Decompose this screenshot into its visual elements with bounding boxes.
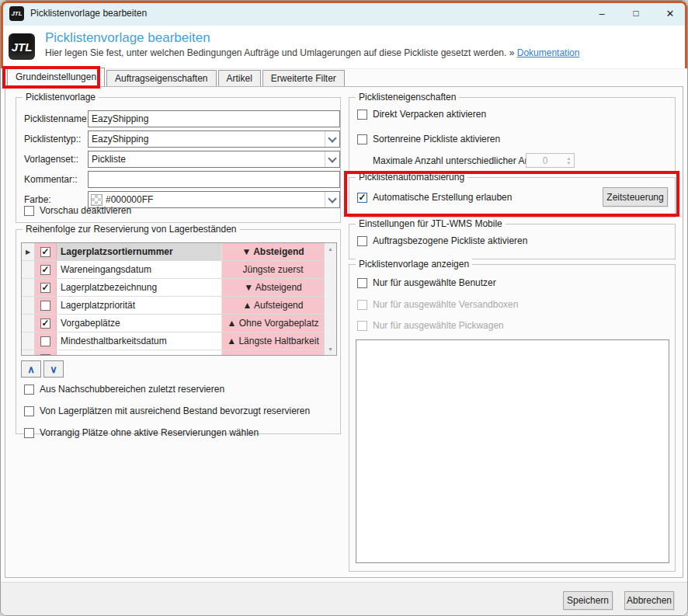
nur-benutzer-checkbox[interactable]: Nur für ausgewählte Benutzer <box>357 277 496 288</box>
nachschub-checkbox[interactable]: Aus Nachschubbereichen zuletzt reservier… <box>24 384 224 395</box>
direkt-verpacken-checkbox[interactable]: Direkt Verpacken aktivieren <box>357 109 486 120</box>
checkbox-box <box>357 300 367 310</box>
chevron-down-icon[interactable] <box>325 131 339 147</box>
tab-grundeinstellungen[interactable]: Grundeinstellungen <box>7 68 105 86</box>
scroll-down-icon[interactable]: ▼ <box>325 343 336 355</box>
checkbox-label: Vorschau deaktivieren <box>40 205 131 216</box>
group-anzeigen-legend: Picklistenvorlage anzeigen <box>356 259 472 270</box>
row-name: Retournierte Artikel <box>57 350 222 356</box>
checkbox-label: Nur für ausgewählte Benutzer <box>373 277 496 288</box>
nur-pickwagen-checkbox: Nur für ausgewählte Pickwagen <box>357 320 504 331</box>
group-picklistenvorlage-legend: Picklistenvorlage <box>23 92 99 103</box>
row-checkbox[interactable]: ✓ <box>40 265 50 275</box>
row-name: Lagerplatzpriorität <box>57 297 222 314</box>
grid-row[interactable]: ✓ Lagerplatzbezeichnung ▼ Absteigend <box>22 279 324 297</box>
group-anzeigen: Picklistenvorlage anzeigen Nur für ausge… <box>349 264 676 572</box>
row-direction[interactable]: ▲ Längste Haltbarkeit <box>222 332 324 350</box>
row-checkbox[interactable] <box>40 301 50 311</box>
picklistentyp-label: Picklistentyp:: <box>24 131 81 148</box>
subtitle-text: Hier legen Sie fest, unter welchen Bedin… <box>45 47 506 58</box>
reservierung-grid[interactable]: ▶ ✓ Lagerplatzsortiernummer ▼ Absteigend… <box>21 242 337 356</box>
cancel-button[interactable]: Abbrechen <box>624 591 674 610</box>
checkbox-box[interactable] <box>24 428 34 438</box>
auftragsbezogene-checkbox[interactable]: Auftragsbezogene Pickliste aktivieren <box>357 235 527 246</box>
checkbox-label: Sortenreine Pickliste aktivieren <box>373 134 500 144</box>
row-direction[interactable]: Jüngste zuerst <box>222 261 324 278</box>
automatische-erstellung-checkbox[interactable]: ✓ Automatische Erstellung erlauben <box>357 192 512 203</box>
vorlagenset-select[interactable]: Pickliste <box>88 151 340 168</box>
grid-row[interactable]: ✓ Retournierte Artikel ▲ Nicht retournie… <box>22 350 324 356</box>
group-picklistenvorlage: Picklistenvorlage Picklistenname:: Pickl… <box>16 97 341 223</box>
row-selector <box>22 261 35 278</box>
row-direction[interactable]: ▼ Absteigend <box>222 243 324 260</box>
page-title: Picklistenvorlage bearbeiten <box>45 30 579 47</box>
checkbox-box[interactable] <box>357 236 367 246</box>
chevron-down-icon[interactable] <box>325 192 339 207</box>
kommentar-input[interactable] <box>88 171 340 188</box>
checkbox-label: Von Lagerplätzen mit ausreichend Bestand… <box>40 405 310 416</box>
grid-row[interactable]: Mindesthaltbarkeitsdatum ▲ Längste Haltb… <box>22 332 324 350</box>
checkbox-box[interactable] <box>24 385 34 395</box>
vorschau-deaktivieren-checkbox[interactable]: Vorschau deaktivieren <box>24 205 131 216</box>
checkbox-label: Auftragsbezogene Pickliste aktivieren <box>373 235 527 246</box>
row-checkbox[interactable] <box>40 336 50 346</box>
page-subtitle: Hier legen Sie fest, unter welchen Bedin… <box>45 47 579 59</box>
row-selector <box>22 315 35 332</box>
ohne-reservierungen-checkbox[interactable]: Vorrangig Plätze ohne aktive Reservierun… <box>24 427 259 438</box>
row-direction[interactable]: ▲ Nicht retourniert zuerst <box>222 350 324 356</box>
dialog-window: JTL Picklistenvorlage bearbeiten – □ ✕ J… <box>0 0 688 616</box>
minimize-button[interactable]: – <box>585 1 619 26</box>
row-name: Vorgabeplätze <box>57 315 222 332</box>
move-up-button[interactable]: ∧ <box>21 360 41 378</box>
checkbox-box[interactable]: ✓ <box>357 193 367 203</box>
close-button[interactable]: ✕ <box>653 1 687 26</box>
row-checkbox[interactable]: ✓ <box>40 247 50 257</box>
row-checkbox[interactable]: ✓ <box>40 318 50 329</box>
checkbox-box[interactable] <box>357 134 367 144</box>
row-direction[interactable]: ▼ Absteigend <box>222 279 324 296</box>
move-down-button[interactable]: ∨ <box>43 360 64 378</box>
scroll-up-icon[interactable]: ▲ <box>325 243 336 255</box>
grid-row[interactable]: Lagerplatzpriorität ▲ Aufsteigend <box>22 297 324 315</box>
row-selector <box>22 297 35 314</box>
grid-row[interactable]: ✓ Vorgabeplätze ▲ Ohne Vorgabeplatz <box>22 315 324 332</box>
row-checkbox[interactable]: ✓ <box>40 354 50 357</box>
row-selector <box>22 332 35 350</box>
row-direction[interactable]: ▲ Aufsteigend <box>222 297 324 314</box>
row-direction[interactable]: ▲ Ohne Vorgabeplatz <box>222 315 324 332</box>
picklistentyp-select[interactable]: EazyShipping <box>88 131 340 148</box>
grid-scrollbar[interactable]: ▲ ▼ <box>324 243 336 355</box>
chevron-down-icon[interactable] <box>325 151 339 167</box>
zeitsteuerung-button[interactable]: Zeitsteuerung <box>603 187 668 207</box>
grid-row[interactable]: ▶ ✓ Lagerplatzsortiernummer ▼ Absteigend <box>22 243 324 261</box>
reorder-buttons: ∧ ∨ <box>21 360 64 378</box>
checkbox-box[interactable] <box>357 110 367 120</box>
selection-listbox[interactable] <box>356 339 669 563</box>
checkbox-box[interactable] <box>357 278 367 288</box>
checkbox-box[interactable] <box>24 206 34 216</box>
checkbox-label: Aus Nachschubbereichen zuletzt reservier… <box>40 384 224 395</box>
max-artikel-spinner[interactable]: 0 ▲▼ <box>526 153 575 168</box>
grid-rows: ▶ ✓ Lagerplatzsortiernummer ▼ Absteigend… <box>22 243 324 356</box>
row-checkbox[interactable]: ✓ <box>40 283 50 293</box>
tab-artikel[interactable]: Artikel <box>218 70 261 86</box>
tab-auftragseigenschaften[interactable]: Auftragseigenschaften <box>106 70 216 86</box>
checkbox-label: Nur für ausgewählte Pickwagen <box>373 320 504 331</box>
grid-row[interactable]: ✓ Wareneingangsdatum Jüngste zuerst <box>22 261 324 279</box>
group-eigenschaften-legend: Picklisteneigenschaften <box>356 92 459 103</box>
spinner-arrows-icon[interactable]: ▲▼ <box>564 156 574 165</box>
tab-erweiterte-filter[interactable]: Erweiterte Filter <box>262 70 345 86</box>
bestand-bevorzugt-checkbox[interactable]: Von Lagerplätzen mit ausreichend Bestand… <box>24 405 310 416</box>
vorlagenset-value: Pickliste <box>89 154 325 165</box>
color-swatch-icon <box>91 194 103 206</box>
save-button[interactable]: Speichern <box>563 591 613 610</box>
app-icon: JTL <box>9 6 24 21</box>
documentation-link[interactable]: Dokumentation <box>517 47 580 58</box>
checkbox-box[interactable] <box>24 406 34 416</box>
row-selector <box>22 279 35 296</box>
checkbox-label: Vorrangig Plätze ohne aktive Reservierun… <box>40 427 259 438</box>
sortenrein-checkbox[interactable]: Sortenreine Pickliste aktivieren <box>357 134 500 144</box>
nur-versandboxen-checkbox: Nur für ausgewählte Versandboxen <box>357 299 518 310</box>
picklistenname-input[interactable] <box>88 110 340 127</box>
maximize-button[interactable]: □ <box>619 1 653 26</box>
